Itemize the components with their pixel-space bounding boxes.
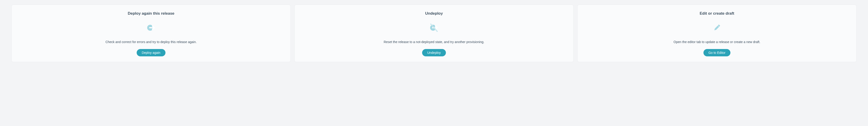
- deploy-again-button[interactable]: Deploy again: [137, 49, 165, 56]
- deploy-again-card: Deploy again this release Check and corr…: [11, 5, 291, 62]
- card-description: Reset the release to a not-deployed stat…: [384, 40, 485, 45]
- card-title: Edit or create draft: [700, 11, 734, 16]
- go-to-editor-button[interactable]: Go to Editor: [704, 49, 731, 56]
- edit-draft-card: Edit or create draft Open the editor tab…: [577, 5, 857, 62]
- action-cards-container: Deploy again this release Check and corr…: [11, 5, 857, 62]
- card-title: Undeploy: [425, 11, 443, 16]
- card-description: Check and correct for errors and try to …: [105, 40, 196, 45]
- card-title: Deploy again this release: [128, 11, 175, 16]
- deploy-icon: [146, 22, 157, 33]
- pencil-icon: [711, 22, 722, 33]
- undeploy-button[interactable]: Undeploy: [422, 49, 446, 56]
- undeploy-card: Undeploy Reset the release to a not-depl…: [294, 5, 574, 62]
- card-description: Open the editor tab to update a release …: [674, 40, 761, 45]
- undeploy-icon: [429, 22, 439, 33]
